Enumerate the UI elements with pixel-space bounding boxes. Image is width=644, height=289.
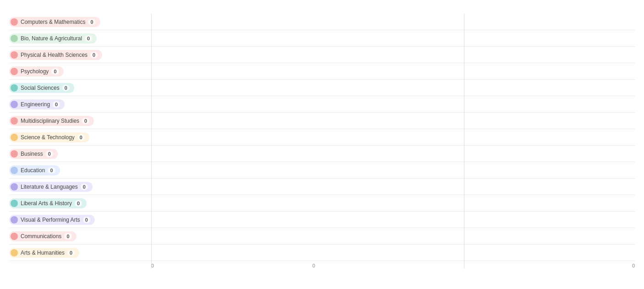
- bar-label: Multidisciplinary Studies: [21, 118, 79, 124]
- bar-label: Communications: [21, 233, 61, 240]
- pill-dot: [11, 51, 18, 59]
- bar-value: 0: [81, 184, 88, 190]
- bar-row: Education0: [9, 162, 635, 179]
- bar-value: 0: [53, 101, 60, 108]
- bar-row: Visual & Performing Arts0: [9, 212, 635, 228]
- bar-pill: Education0: [9, 165, 60, 175]
- bar-value: 0: [77, 134, 85, 141]
- bar-value: 0: [88, 19, 95, 25]
- bar-value: 0: [48, 167, 55, 174]
- pill-dot: [11, 18, 18, 26]
- pill-dot: [11, 35, 18, 42]
- bar-label: Computers & Mathematics: [21, 19, 85, 25]
- bar-row: Literature & Languages0: [9, 179, 635, 195]
- bar-pill: Literature & Languages0: [9, 182, 93, 192]
- bar-pill: Arts & Humanities0: [9, 248, 79, 258]
- bar-row: Bio, Nature & Agricultural0: [9, 30, 635, 47]
- bar-value: 0: [46, 151, 53, 157]
- bar-label: Education: [21, 167, 45, 174]
- pill-dot: [11, 150, 18, 158]
- bar-label: Business: [21, 151, 43, 157]
- x-axis: 000: [9, 263, 635, 268]
- x-tick: 0: [151, 263, 312, 268]
- bar-value: 0: [75, 200, 82, 207]
- bar-row: Liberal Arts & History0: [9, 195, 635, 212]
- pill-dot: [11, 200, 18, 207]
- bar-row: Communications0: [9, 228, 635, 245]
- bar-value: 0: [83, 217, 90, 223]
- bar-pill: Social Sciences0: [9, 83, 74, 93]
- bar-row: Arts & Humanities0: [9, 245, 635, 261]
- bar-label: Visual & Performing Arts: [21, 217, 80, 223]
- bar-pill: Science & Technology0: [9, 132, 89, 142]
- bar-label: Psychology: [21, 68, 49, 75]
- bar-value: 0: [67, 250, 75, 256]
- bar-label: Science & Technology: [21, 134, 75, 141]
- bar-value: 0: [62, 85, 70, 91]
- bar-row: Social Sciences0: [9, 80, 635, 96]
- pill-dot: [11, 183, 18, 191]
- pill-dot: [11, 84, 18, 92]
- bar-value: 0: [85, 35, 92, 42]
- bar-pill: Bio, Nature & Agricultural0: [9, 33, 97, 44]
- pill-dot: [11, 233, 18, 240]
- bar-row: Multidisciplinary Studies0: [9, 113, 635, 129]
- bar-pill: Computers & Mathematics0: [9, 17, 100, 27]
- pill-dot: [11, 167, 18, 174]
- bar-label: Physical & Health Sciences: [21, 52, 87, 58]
- bar-label: Arts & Humanities: [21, 250, 65, 256]
- bar-row: Science & Technology0: [9, 129, 635, 146]
- bar-label: Social Sciences: [21, 85, 60, 91]
- bar-pill: Physical & Health Sciences0: [9, 50, 102, 60]
- bar-row: Physical & Health Sciences0: [9, 47, 635, 63]
- bar-value: 0: [82, 118, 89, 124]
- bar-pill: Communications0: [9, 231, 76, 241]
- pill-dot: [11, 68, 18, 75]
- bar-pill: Multidisciplinary Studies0: [9, 116, 94, 126]
- bar-pill: Liberal Arts & History0: [9, 198, 87, 208]
- bar-label: Liberal Arts & History: [21, 200, 72, 207]
- bar-pill: Visual & Performing Arts0: [9, 215, 95, 225]
- chart-area: Computers & Mathematics0Bio, Nature & Ag…: [9, 14, 635, 268]
- bar-row: Business0: [9, 146, 635, 162]
- pill-dot: [11, 216, 18, 224]
- bar-pill: Engineering0: [9, 99, 65, 109]
- bar-value: 0: [51, 68, 59, 75]
- pill-dot: [11, 117, 18, 125]
- bar-label: Bio, Nature & Agricultural: [21, 35, 82, 42]
- bar-row: Psychology0: [9, 63, 635, 80]
- bar-value: 0: [90, 52, 98, 58]
- x-tick: 0: [474, 263, 635, 268]
- pill-dot: [11, 101, 18, 108]
- bar-value: 0: [64, 233, 71, 240]
- bar-label: Engineering: [21, 101, 50, 108]
- bar-pill: Psychology0: [9, 66, 64, 76]
- bar-label: Literature & Languages: [21, 184, 78, 190]
- bar-row: Computers & Mathematics0: [9, 14, 635, 30]
- x-tick: 0: [312, 263, 474, 268]
- bar-row: Engineering0: [9, 96, 635, 113]
- bar-pill: Business0: [9, 149, 58, 159]
- pill-dot: [11, 249, 18, 256]
- pill-dot: [11, 134, 18, 141]
